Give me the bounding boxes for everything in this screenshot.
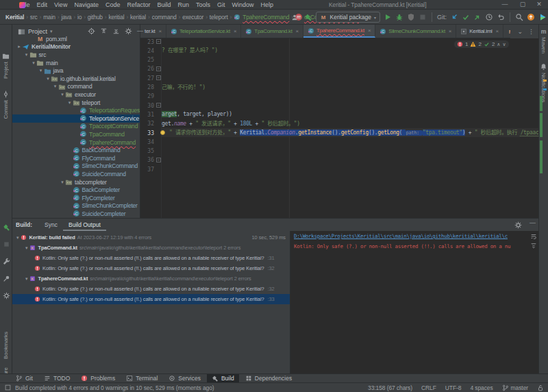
run-button[interactable]: [384, 13, 392, 21]
tree-item-flycompleter[interactable]: CFlyCompleter: [12, 194, 140, 202]
git-history-button[interactable]: [485, 13, 493, 21]
breadcrumb-class[interactable]: TpahereCommand: [242, 14, 289, 21]
breadcrumb-item[interactable]: teleport: [210, 14, 228, 21]
git-push-button[interactable]: [473, 13, 482, 21]
tree-expanded-icon[interactable]: ▾: [16, 235, 18, 241]
stripe-button-commit[interactable]: Commit: [0, 90, 12, 119]
tool-window-button-terminal[interactable]: Terminal: [121, 374, 162, 383]
tree-item-slimechunkcommand[interactable]: CSlimeChunkCommand: [12, 162, 140, 171]
menu-run[interactable]: Run: [174, 1, 192, 8]
build-tree-group[interactable]: ▾Keritial: build failedAt 2023-06-27 12:…: [12, 232, 290, 243]
tree-expanded-icon[interactable]: ▾: [31, 60, 36, 66]
code-line-24[interactable]: ? 在哪里? 是人吗? "): [162, 46, 218, 55]
tree-item-slimechunkcompleter[interactable]: CSlimeChunkCompleter: [12, 202, 140, 210]
close-button[interactable]: ✕: [532, 0, 547, 9]
tool-window-button-build[interactable]: Build: [207, 374, 239, 383]
line-separator-widget[interactable]: CRLF: [421, 384, 436, 391]
build-project-button[interactable]: [304, 13, 312, 21]
tree-item-teleport[interactable]: ▾teleport: [12, 99, 140, 107]
collapse-icon[interactable]: [100, 27, 108, 35]
code-line-32[interactable]: get.name + " 发送请求，" + 180L + " 秒后超时。"): [162, 119, 300, 128]
minimize-button[interactable]: —: [497, 0, 512, 9]
tree-item-teleportationrequest[interactable]: CTeleportationRequest: [12, 106, 140, 114]
target-icon[interactable]: [88, 27, 95, 35]
coverage-button[interactable]: [407, 13, 415, 21]
tree-item-backcompleter[interactable]: CBackCompleter: [12, 186, 140, 194]
filter-button[interactable]: [3, 292, 10, 299]
scroll-to-end-icon[interactable]: [530, 243, 537, 249]
code-with-me-button[interactable]: [538, 13, 547, 21]
breadcrumb-item[interactable]: github: [88, 14, 103, 21]
build-tree-error[interactable]: Kotlin: Only safe (?.) or non-null asser…: [12, 294, 290, 304]
code-line-31[interactable]: arget, target, player)): [162, 110, 232, 119]
pin-tab-button[interactable]: [3, 275, 10, 282]
inspections-widget[interactable]: 122∧∨: [454, 40, 509, 48]
menu-git[interactable]: Git: [214, 1, 229, 8]
tool-window-toggle-icon[interactable]: [4, 384, 11, 391]
stripe-button-project[interactable]: Project: [0, 52, 12, 79]
tree-expanded-icon[interactable]: ▾: [67, 100, 73, 106]
tool-window-button-services[interactable]: Services: [164, 374, 206, 383]
menu-help[interactable]: Help: [258, 1, 277, 8]
console-file-link[interactable]: D:\Workspace\Projects\Keritial\src\main\…: [294, 233, 508, 239]
tree-collapsed-icon[interactable]: ▸: [16, 44, 22, 49]
tool-window-button-todo[interactable]: TODO: [39, 374, 75, 383]
code-editor[interactable]: 23−242526−27−282930−313233343536−37? 在哪里…: [140, 38, 538, 218]
stop-button[interactable]: [419, 13, 427, 21]
tree-item-tpacceptcommand[interactable]: CTpacceptCommand: [12, 123, 140, 131]
encoding-widget[interactable]: UTF-8: [445, 384, 462, 391]
git-commit-button[interactable]: [462, 13, 470, 21]
build-tab-sync[interactable]: Sync: [39, 219, 63, 231]
breadcrumb-item[interactable]: java: [62, 14, 72, 21]
tree-item-keritialmonitor[interactable]: ▸KeritialMonitor: [12, 43, 140, 51]
tree-item-executor[interactable]: ▾executor: [12, 90, 140, 99]
breadcrumb-item[interactable]: command: [152, 14, 177, 21]
next-problem-icon[interactable]: ∨: [502, 42, 506, 47]
tree-item-command[interactable]: ▾command: [12, 83, 140, 91]
hide-panel-button[interactable]: —: [137, 27, 143, 35]
tree-expanded-icon[interactable]: ▾: [38, 68, 44, 73]
run-configuration-select[interactable]: MKeritial package▾: [316, 12, 380, 23]
menu-navigate[interactable]: Navigate: [71, 1, 102, 8]
git-rollback-button[interactable]: [497, 13, 505, 21]
build-tree-error[interactable]: Kotlin: Only safe (?.) or non-null asser…: [12, 253, 290, 263]
hide-panel-button[interactable]: —: [530, 219, 536, 226]
tree-item-backcommand[interactable]: CBackCommand: [12, 146, 140, 154]
tree-item-io.github.keritial.keritial[interactable]: ▾io.github.keritial.keritial: [12, 75, 140, 83]
build-console[interactable]: D:\Workspace\Projects\Keritial\src\main\…: [290, 231, 538, 374]
fold-marker[interactable]: −: [156, 39, 161, 44]
tree-item-pom.xml[interactable]: Mpom.xml: [12, 35, 140, 43]
menu-edit[interactable]: Edit: [34, 1, 51, 8]
tree-expanded-icon[interactable]: ▾: [60, 180, 65, 185]
breadcrumb-item[interactable]: main: [43, 14, 55, 21]
caret-position-widget[interactable]: 33:158 (67 chars): [368, 384, 412, 391]
tree-item-tabcompleter[interactable]: ▾tabcompleter: [12, 178, 140, 186]
fold-marker[interactable]: −: [156, 75, 161, 80]
tree-item-main[interactable]: ▾main: [12, 59, 140, 67]
fold-marker[interactable]: −: [156, 103, 161, 108]
fold-marker[interactable]: −: [156, 66, 161, 71]
breadcrumb-item[interactable]: keritial: [108, 14, 124, 21]
tree-expanded-icon[interactable]: ▾: [24, 52, 29, 58]
build-tree-error[interactable]: Kotlin: Only safe (?.) or non-null asser…: [12, 284, 290, 294]
code-line-28[interactable]: 己嘛，不行的! "): [162, 83, 206, 92]
breadcrumb-item[interactable]: executor: [182, 14, 203, 21]
menu-window[interactable]: Window: [229, 1, 258, 8]
ide-update-badge[interactable]: [527, 13, 535, 21]
build-tree-group[interactable]: ▾KTpahereCommand.ktsrc\main\java\io\gith…: [12, 273, 290, 284]
debug-button[interactable]: [395, 13, 403, 21]
tree-item-src[interactable]: ▾src: [12, 51, 140, 59]
tree-item-tpaherecommand[interactable]: CTpahereCommand: [12, 138, 140, 147]
breadcrumb-item[interactable]: keritial: [130, 14, 146, 21]
intention-bulb-icon[interactable]: [160, 130, 165, 135]
menu-build[interactable]: Build: [153, 1, 174, 8]
fold-marker[interactable]: −: [156, 158, 161, 162]
breadcrumb-item[interactable]: io: [77, 14, 82, 21]
maximize-button[interactable]: ▢: [515, 0, 530, 9]
tool-window-button-git[interactable]: Git: [11, 374, 38, 383]
tree-item-flycommand[interactable]: CFlyCommand: [12, 154, 140, 162]
rerun-build-button[interactable]: [3, 223, 10, 231]
tree-item-java[interactable]: ▾java: [12, 66, 140, 75]
breadcrumb-item[interactable]: Keritial: [5, 14, 24, 21]
search-everywhere-button[interactable]: [515, 13, 523, 21]
